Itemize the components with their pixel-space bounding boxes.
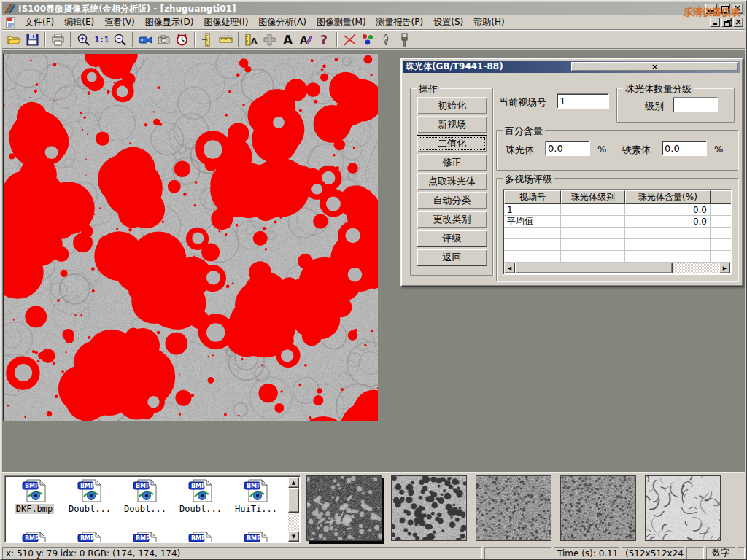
table-header-cell[interactable]: 珠光体级别 [561,190,625,204]
op-button-7[interactable]: 评级 [417,230,487,247]
sample-thumbnail-5[interactable] [645,475,721,541]
help-button[interactable]: ? [315,31,333,47]
menu-item-4[interactable]: 图像处理(I) [198,15,253,28]
mdi-close-button[interactable] [733,18,743,27]
table-row[interactable] [504,251,732,262]
file-name[interactable]: HuiTi... [233,504,279,514]
minimize-button[interactable] [705,4,717,14]
zoom-out-button[interactable] [111,31,129,47]
op-button-4[interactable]: 点取珠光体 [417,173,487,190]
scroll-left-arrow[interactable]: ◀ [504,262,515,273]
file-item[interactable]: BMPHuiTi... [228,479,284,514]
table-hscrollbar[interactable]: ◀ ▶ [504,262,730,273]
open-file-button[interactable] [5,31,23,47]
op-button-8[interactable]: 返回 [417,249,487,266]
scroll-up-arrow[interactable]: ▲ [288,477,299,488]
table-row[interactable] [504,239,732,251]
sample-thumbnail-2[interactable] [391,475,467,541]
hscroll-thumb[interactable] [515,262,673,273]
measure-scale-button[interactable]: A [242,31,260,47]
dialog-title-bar[interactable]: 珠光体(GB/T9441-88) × [403,61,740,73]
pen-button[interactable] [377,31,395,47]
text-a-button[interactable]: A [279,31,297,47]
file-name[interactable]: Doubl... [178,504,223,514]
current-field-input[interactable]: 1 [557,93,609,109]
mdi-minimize-button[interactable] [710,18,720,27]
menu-item-8[interactable]: 设置(S) [428,15,468,28]
op-button-3[interactable]: 修正 [417,154,487,171]
svg-text:BMP: BMP [136,535,150,542]
bmp-file-icon: BMP [132,479,158,502]
ruler-button[interactable] [217,31,235,47]
table-header-cell[interactable]: 铁素体含量(%) [711,190,732,204]
pearlite-percent-input[interactable]: 0.0 [545,141,590,156]
file-vscrollbar[interactable]: ▲ ▼ [288,477,299,542]
rating-table[interactable]: 视场号珠光体级别珠光体含量(%)铁素体含量(%)10.0平均值0.0 ◀ ▶ [503,189,732,275]
status-spacer-3 [738,547,745,559]
file-item[interactable]: BMP [7,532,62,543]
table-row[interactable] [504,228,732,239]
file-item[interactable]: BMP [228,532,284,543]
processing-time: Time (s): 0.113 [554,547,619,559]
file-name[interactable]: DKF.bmp [15,504,55,514]
micrograph-image[interactable] [3,54,378,421]
sample-thumbnail-3[interactable] [476,475,551,541]
file-item[interactable]: BMPDoubl... [117,479,173,514]
cursor-info: x: 510 y: 79 idx: 0 RGB: (174, 174, 174) [2,547,482,559]
file-item[interactable]: BMPDoubl... [62,479,117,514]
print-button[interactable] [49,31,67,47]
menu-item-5[interactable]: 图像分析(A) [253,15,311,28]
caliper-button[interactable] [198,31,217,47]
grade-input[interactable] [673,97,718,112]
menu-item-6[interactable]: 图像测量(M) [311,15,371,28]
classify-points-button[interactable] [359,31,377,47]
video-camera-button[interactable] [136,31,155,47]
file-name[interactable]: Doubl... [123,504,168,514]
menu-item-3[interactable]: 图像显示(D) [140,15,199,28]
menu-item-2[interactable]: 查看(V) [99,15,140,28]
pattern-grid-button[interactable] [260,31,279,47]
bmp-file-icon: BMP [243,532,269,543]
vscroll-thumb[interactable] [288,488,299,513]
op-button-1[interactable]: 新视场 [417,116,487,133]
op-button-2[interactable]: 二值化 [417,135,487,152]
table-header-cell[interactable]: 珠光体含量(%) [625,190,711,204]
save-file-button[interactable] [23,31,42,47]
timer-clock-button[interactable] [173,31,191,47]
menu-item-1[interactable]: 编辑(E) [59,15,99,28]
svg-text:BMP: BMP [191,535,206,542]
window-title: IS100显微摄像系统(金相分析版) - [zhuguangti01] [18,3,704,15]
capture-camera-button[interactable] [155,31,173,47]
ferrite-percent-input[interactable]: 0.0 [662,141,707,156]
table-row[interactable]: 平均值0.0 [504,216,732,228]
dialog-close-button[interactable]: × [571,62,738,71]
table-header-cell[interactable]: 视场号 [504,190,561,204]
op-button-5[interactable]: 自动分类 [417,192,487,209]
close-button[interactable] [732,4,743,14]
maximize-button[interactable] [719,4,730,14]
file-item[interactable]: BMP [173,532,228,543]
menu-item-9[interactable]: 帮助(H) [468,15,509,28]
file-name[interactable]: Doubl... [67,504,112,514]
file-item[interactable]: BMP [62,532,117,543]
scroll-right-arrow[interactable]: ▶ [719,262,730,273]
sample-thumbnail-4[interactable] [560,475,636,541]
ferrite-label: 铁素体 [622,144,651,157]
brush-button[interactable] [395,31,414,47]
file-item[interactable]: BMPDKF.bmp [7,479,62,514]
menu-item-7[interactable]: 测量报告(P) [371,15,429,28]
file-item[interactable]: BMP [117,532,173,543]
zoom-in-button[interactable] [74,31,93,47]
curve-tool-button[interactable] [341,31,359,47]
mdi-restore-button[interactable] [721,18,732,27]
sample-thumbnail-1[interactable] [306,475,382,541]
table-row[interactable]: 10.0 [504,204,732,216]
op-button-6[interactable]: 更改类别 [417,211,487,228]
op-button-0[interactable]: 初始化 [417,97,487,114]
annotate-text-button[interactable]: A [297,31,315,47]
file-item[interactable]: BMPDoubl... [173,479,228,514]
scroll-down-arrow[interactable]: ▼ [288,531,299,542]
menu-item-0[interactable]: 文件(F) [20,15,59,28]
svg-text:BMP: BMP [80,483,95,489]
actual-size-button[interactable]: 1:1 [93,31,111,47]
